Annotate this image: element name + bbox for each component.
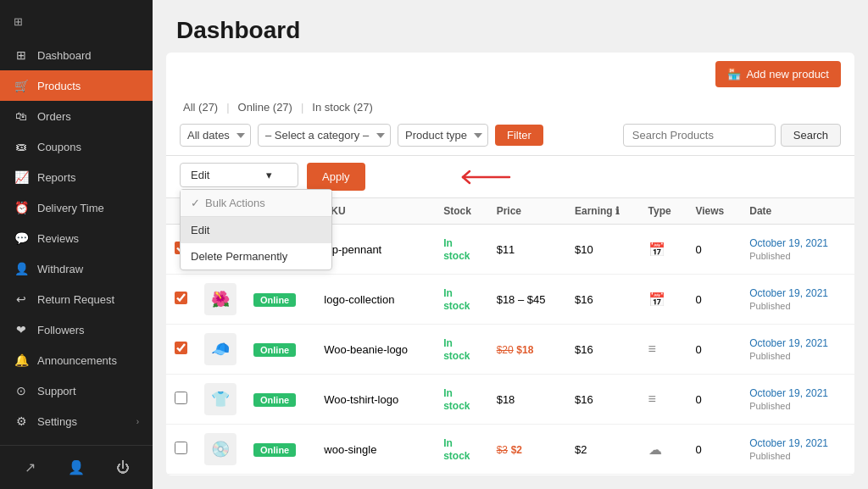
row-stock-cell: Instock — [435, 425, 487, 475]
col-earning: Earning ℹ — [566, 198, 640, 225]
bulk-actions-dropdown[interactable]: Edit ▾ ✓ Bulk Actions Edit Delete Perman… — [180, 163, 298, 187]
views-value: 0 — [695, 443, 701, 456]
table-row: 💿 Online woo-single Instock $3 $2 $2 ☁ 0… — [166, 425, 854, 475]
apply-button[interactable]: Apply — [307, 163, 365, 191]
filter-button[interactable]: Filter — [495, 125, 543, 146]
row-price-cell: $18 – $45 — [488, 275, 566, 325]
sidebar-item-label: Coupons — [37, 141, 139, 153]
earning-value: $16 — [575, 343, 593, 356]
col-views: Views — [687, 198, 741, 225]
user-profile-button[interactable]: 👤 — [55, 453, 98, 482]
page-header: Dashboard — [153, 0, 868, 53]
add-new-product-button[interactable]: 🏪 Add new product — [715, 61, 841, 87]
search-button[interactable]: Search — [781, 124, 841, 147]
sidebar-item-announcements[interactable]: 🔔 Announcements — [0, 345, 153, 375]
table-row: 🌺 Online logo-collection Instock $18 – $… — [166, 275, 854, 325]
earning-info-icon: ℹ — [615, 205, 620, 217]
row-type-cell: ☁ — [640, 475, 687, 476]
date-filter-select[interactable]: All dates — [180, 124, 251, 147]
power-icon: ⏻ — [116, 460, 130, 475]
sidebar-item-settings[interactable]: ⚙ Settings › — [0, 406, 153, 436]
stock-value: Instock — [443, 287, 470, 312]
sidebar-item-return-request[interactable]: ↩ Return Request — [0, 284, 153, 314]
bulk-menu-item-edit[interactable]: Edit — [181, 217, 331, 243]
delivery-time-icon: ⏰ — [14, 201, 29, 214]
status-badge: Online — [253, 443, 296, 457]
row-earning-cell: $10 — [566, 225, 640, 275]
row-views-cell: 0 — [687, 325, 741, 375]
views-value: 0 — [695, 343, 701, 356]
product-date-link[interactable]: October 19, 2021 — [749, 437, 828, 449]
sidebar-item-followers[interactable]: ❤ Followers — [0, 314, 153, 345]
status-badge: Online — [253, 293, 296, 307]
stock-value: Instock — [443, 337, 470, 362]
product-date-link[interactable]: October 19, 2021 — [749, 237, 828, 249]
category-filter-select[interactable]: – Select a category – — [258, 124, 391, 147]
row-checkbox-cell — [166, 275, 196, 325]
filter-tab-online[interactable]: Online (27) — [235, 99, 296, 115]
publish-status: Published — [749, 351, 790, 361]
table-row: 📀 Online woo-album Instock $15 $14 ☁ 1 O… — [166, 475, 854, 476]
filter-tab-all[interactable]: All (27) — [180, 99, 221, 115]
sidebar-item-delivery-time[interactable]: ⏰ Delivery Time — [0, 192, 153, 223]
views-value: 0 — [695, 393, 701, 406]
product-type-filter-select[interactable]: Product type — [398, 124, 488, 147]
status-badge: Online — [253, 343, 296, 357]
sidebar-item-withdraw[interactable]: 👤 Withdraw — [0, 253, 153, 284]
views-value: 0 — [695, 293, 701, 306]
stock-value: Instock — [443, 387, 470, 412]
bulk-menu-header: ✓ Bulk Actions — [181, 190, 331, 217]
search-wrap: Search — [623, 124, 841, 147]
logout-button[interactable]: ⏻ — [101, 453, 144, 482]
row-price-cell: $20 $18 — [488, 325, 566, 375]
sidebar-item-products[interactable]: 🛒 Products — [0, 70, 153, 101]
row-status-cell: Online — [245, 275, 315, 325]
publish-status: Published — [749, 401, 790, 411]
sidebar-item-label: Settings — [37, 415, 128, 428]
row-status-cell: Online — [245, 425, 315, 475]
sidebar-item-reports[interactable]: 📈 Reports — [0, 162, 153, 192]
bulk-actions-dropdown-button[interactable]: Edit ▾ — [180, 163, 298, 187]
bulk-menu-item-delete[interactable]: Delete Permanently — [181, 243, 331, 270]
product-date-link[interactable]: October 19, 2021 — [749, 387, 828, 399]
coupons-icon: 🎟 — [14, 140, 29, 153]
row-thumb-cell: 🌺 — [196, 275, 245, 325]
sidebar-item-reviews[interactable]: 💬 Reviews — [0, 223, 153, 253]
row-checkbox[interactable] — [175, 442, 187, 454]
sidebar-item-support[interactable]: ⊙ Support — [0, 375, 153, 406]
product-sku: woo-single — [324, 443, 376, 456]
row-checkbox-cell — [166, 475, 196, 476]
row-sku-cell: Woo-tshirt-logo — [315, 375, 435, 425]
row-date-cell: October 19, 2021 Published — [741, 475, 854, 476]
sidebar-item-label: Products — [37, 80, 139, 92]
filter-tab-in-stock[interactable]: In stock (27) — [309, 99, 376, 115]
row-sku-cell: woo-album — [315, 475, 435, 476]
row-stock-cell: Instock — [435, 325, 487, 375]
sidebar-item-coupons[interactable]: 🎟 Coupons — [0, 131, 153, 162]
row-type-cell: 📅 — [640, 225, 687, 275]
row-checkbox-cell — [166, 325, 196, 375]
external-link-button[interactable]: ↗ — [8, 453, 52, 482]
row-status-cell: Online — [245, 475, 315, 476]
sidebar-item-orders[interactable]: 🛍 Orders — [0, 101, 153, 131]
product-date-link[interactable]: October 19, 2021 — [749, 287, 828, 299]
user-icon: 👤 — [68, 459, 85, 475]
row-price-cell: $11 — [488, 225, 566, 275]
earning-value: $2 — [575, 443, 587, 456]
sidebar-bottom: ↗ 👤 ⏻ — [0, 445, 153, 489]
cloud-type-icon: ☁ — [648, 442, 662, 457]
sidebar-item-dashboard[interactable]: ⊞ Dashboard — [0, 40, 153, 70]
publish-status: Published — [749, 451, 790, 461]
row-checkbox-cell — [166, 375, 196, 425]
sidebar-item-label: Orders — [37, 110, 139, 123]
row-stock-cell: Instock — [435, 275, 487, 325]
row-checkbox[interactable] — [175, 292, 187, 304]
publish-status: Published — [749, 301, 790, 311]
row-type-cell: ☁ — [640, 425, 687, 475]
row-checkbox[interactable] — [175, 392, 187, 404]
row-checkbox[interactable] — [175, 342, 187, 354]
product-date-link[interactable]: October 19, 2021 — [749, 337, 828, 349]
checkmark-icon: ✓ — [191, 197, 200, 209]
search-input[interactable] — [623, 124, 776, 147]
sidebar-logo: ⊞ — [0, 0, 153, 40]
